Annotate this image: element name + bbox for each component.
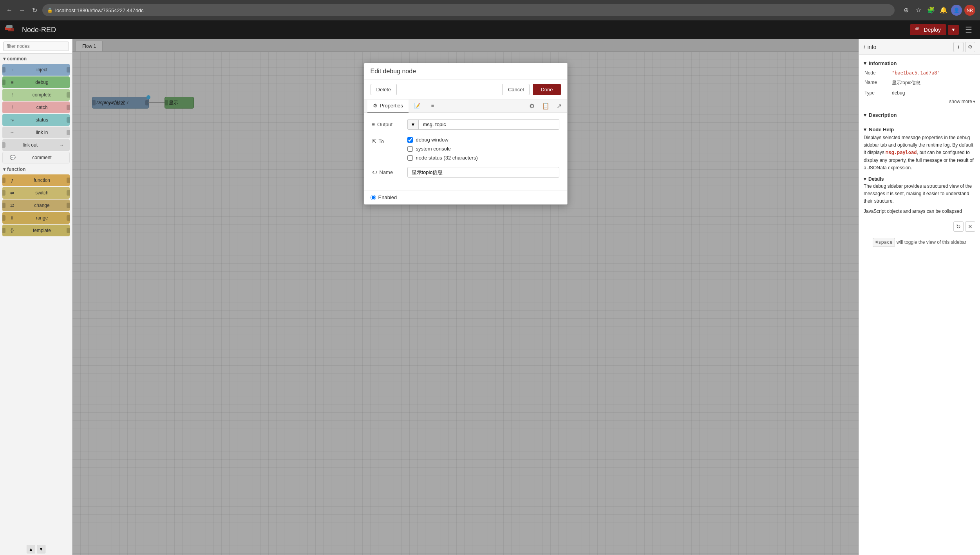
tab-action-gear[interactable]: ⚙ [527, 102, 537, 111]
shortcut-note: ⌘space will toggle the view of this side… [864, 235, 975, 250]
menu-button[interactable]: ☰ [962, 24, 975, 36]
checkbox-node-status[interactable]: node status (32 characters) [407, 155, 559, 161]
checkbox-node-status-input[interactable] [407, 155, 413, 161]
node-linkin[interactable]: → link in [2, 127, 70, 138]
back-button[interactable]: ← [5, 5, 14, 15]
info-action-settings[interactable]: ⚙ [965, 42, 975, 52]
info-section-nodehelp-title[interactable]: ▾ Node Help [864, 124, 975, 134]
output-select[interactable]: ▼ msg. topic [407, 119, 559, 130]
port-right-catch [67, 105, 70, 110]
info-content: ▾ Information Node "bae1bac5.1ad7a8" Nam… [859, 55, 980, 555]
svg-rect-4 [916, 27, 919, 29]
extension-button[interactable]: NR [964, 5, 975, 16]
form-row-to: ⇱ To debug window system cons [372, 136, 559, 161]
output-select-btn[interactable]: ▼ [408, 120, 419, 129]
tab-action-copy[interactable]: 📋 [539, 102, 552, 111]
cancel-button[interactable]: Cancel [502, 84, 530, 95]
node-linkout[interactable]: link out → [2, 139, 70, 151]
search-input[interactable] [3, 42, 69, 51]
port-right-change [67, 203, 70, 208]
info-section-nodehelp-caret: ▾ [864, 127, 866, 132]
port-right-template [67, 228, 70, 233]
forward-button[interactable]: → [17, 5, 27, 15]
node-catch[interactable]: ! catch [2, 102, 70, 113]
deploy-button[interactable]: Deploy [910, 24, 947, 35]
deploy-dropdown[interactable]: ▼ [948, 25, 959, 35]
logo-text: Node-RED [22, 26, 56, 34]
node-switch[interactable]: ⇌ switch [2, 187, 70, 199]
node-label-catch: catch [17, 105, 67, 110]
scroll-down-button[interactable]: ▼ [37, 545, 45, 553]
info-table: Node "bae1bac5.1ad7a8" Name 显示topic信息 Ty… [864, 68, 975, 98]
sidebar-content: ▾ common → inject ≡ debug ! complete [0, 54, 72, 543]
node-change[interactable]: ⇄ change [2, 200, 70, 211]
deploy-label: Deploy [924, 27, 941, 33]
node-label-template: template [17, 228, 67, 233]
tab-description[interactable]: 📝 [409, 100, 426, 112]
info-close-btn[interactable]: ✕ [965, 221, 975, 232]
info-section-details-title[interactable]: ▾ Details [864, 175, 975, 183]
bookmark-button[interactable]: ☆ [913, 5, 924, 15]
checkbox-debug-window[interactable]: debug window [407, 137, 559, 143]
extensions-button[interactable]: 🧩 [926, 5, 936, 15]
port-right-inject [67, 67, 70, 73]
info-section-information-title[interactable]: ▾ Information [864, 58, 975, 68]
refresh-button[interactable]: ↻ [30, 5, 39, 15]
info-section-nodehelp: ▾ Node Help Displays selected message pr… [864, 124, 975, 215]
checkbox-system-console-input[interactable] [407, 146, 413, 152]
port-left-linkout [2, 142, 5, 148]
name-label: 🏷 Name [372, 167, 403, 175]
scroll-up-button[interactable]: ▲ [27, 545, 35, 553]
node-debug[interactable]: ≡ debug [2, 76, 70, 88]
name-input[interactable] [407, 167, 559, 178]
category-label-common: common [7, 56, 27, 62]
port-left-switch [2, 190, 5, 196]
node-comment[interactable]: 💬 comment [2, 152, 70, 163]
node-status[interactable]: ∿ status [2, 114, 70, 126]
svg-rect-1 [6, 25, 13, 28]
node-label-debug: debug [17, 80, 67, 85]
info-refresh-btn[interactable]: ↻ [953, 221, 964, 232]
info-row-type: Type debug [864, 89, 975, 97]
info-bottom-actions: ↻ ✕ [864, 220, 975, 235]
done-button[interactable]: Done [533, 84, 561, 95]
tab-action-export[interactable]: ↗ [554, 102, 564, 111]
url-bar[interactable]: 🔒 localhost:1880/#flow/73554227.4474dc [42, 4, 895, 16]
node-label-range: range [17, 215, 67, 221]
logo-icon [5, 25, 19, 34]
delete-button[interactable]: Delete [371, 84, 397, 95]
tab-properties[interactable]: ⚙ Properties [367, 100, 409, 112]
info-section-description-caret: ▾ [864, 112, 866, 118]
node-template[interactable]: {} template [2, 225, 70, 236]
node-complete[interactable]: ! complete [2, 89, 70, 101]
sidebar-category-common[interactable]: ▾ common [0, 54, 72, 63]
complete-icon: ! [9, 91, 16, 98]
node-label-status: status [17, 117, 67, 123]
info-section-description-title[interactable]: ▾ Description [864, 110, 975, 120]
modal-body: ≡ Output ▼ msg. topic ⇱ [364, 113, 567, 190]
tab-appearance[interactable]: ≡ [426, 100, 440, 112]
to-checkbox-group: debug window system console node status … [407, 136, 559, 161]
info-key-type: Type [864, 89, 888, 97]
profile-button[interactable]: 👤 [951, 5, 962, 16]
show-more-btn[interactable]: show more ▾ [864, 98, 975, 105]
port-left-range [2, 215, 5, 221]
node-function[interactable]: ƒ function [2, 174, 70, 186]
info-action-info[interactable]: i [953, 42, 964, 52]
show-more-chevron: ▾ [973, 99, 975, 104]
search-button[interactable]: ⊕ [901, 5, 911, 15]
highlight-payload: msg.payload [886, 150, 917, 155]
node-range[interactable]: ii range [2, 212, 70, 224]
node-inject[interactable]: → inject [2, 64, 70, 76]
checkbox-system-console[interactable]: system console [407, 146, 559, 152]
update-button[interactable]: 🔔 [938, 5, 949, 15]
checkbox-debug-window-input[interactable] [407, 137, 413, 143]
info-panel-header: i info i ⚙ [859, 39, 980, 55]
node-label-comment: comment [18, 155, 66, 160]
sidebar-category-function[interactable]: ▾ function [0, 164, 72, 174]
info-val-node: "bae1bac5.1ad7a8" [889, 69, 975, 77]
enabled-radio-input[interactable] [371, 195, 376, 200]
output-select-val: msg. topic [419, 120, 559, 129]
enabled-radio[interactable]: Enabled [371, 194, 397, 200]
svg-rect-2 [8, 28, 14, 31]
